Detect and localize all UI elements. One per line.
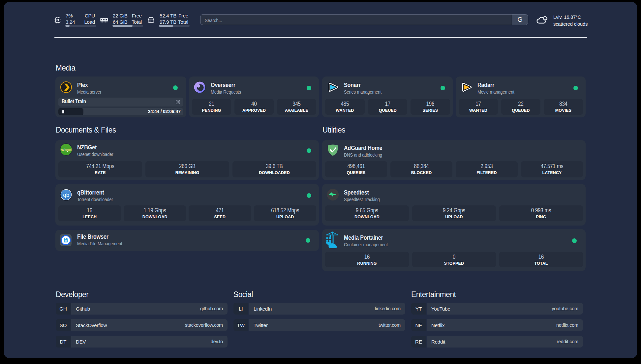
svg-text:nzbget: nzbget — [61, 148, 72, 152]
svg-text:qb: qb — [63, 192, 69, 198]
